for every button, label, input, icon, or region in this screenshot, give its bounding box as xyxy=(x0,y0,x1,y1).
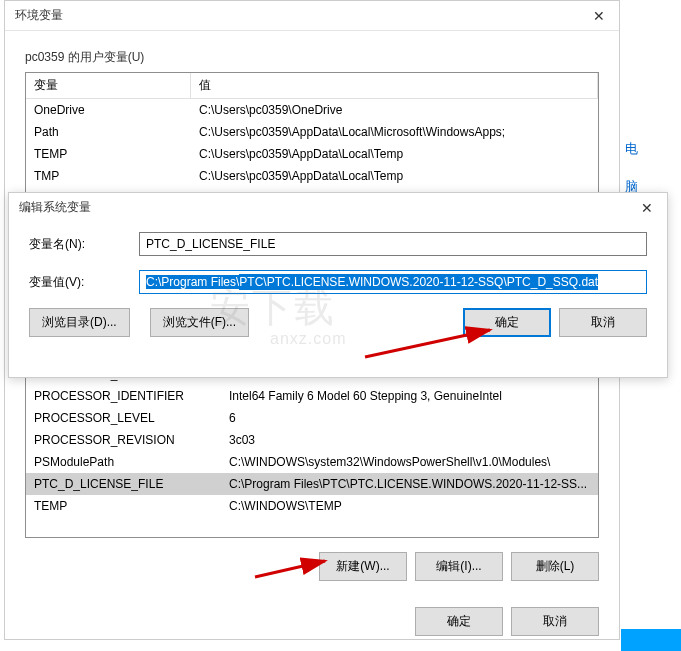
behind-text-1: 电 xyxy=(625,140,638,158)
env-titlebar: 环境变量 ✕ xyxy=(5,1,619,31)
edit-title: 编辑系统变量 xyxy=(19,199,91,216)
var-name: OneDrive xyxy=(26,101,191,119)
var-value: C:\Users\pc0359\AppData\Local\Temp xyxy=(191,145,598,163)
var-name-label: 变量名(N): xyxy=(29,236,139,253)
cancel-button[interactable]: 取消 xyxy=(511,607,599,636)
var-value: 3c03 xyxy=(221,431,598,449)
table-row[interactable]: OneDriveC:\Users\pc0359\OneDrive xyxy=(26,99,598,121)
edit-button[interactable]: 编辑(I)... xyxy=(415,552,503,581)
table-row[interactable]: PROCESSOR_IDENTIFIERIntel64 Family 6 Mod… xyxy=(26,385,598,407)
var-name: PSModulePath xyxy=(26,453,221,471)
var-value: C:\WINDOWS\system32\WindowsPowerShell\v1… xyxy=(221,453,598,471)
edit-var-dialog: 编辑系统变量 ✕ 变量名(N): PTC_D_LICENSE_FILE 变量值(… xyxy=(8,192,668,378)
close-icon[interactable]: ✕ xyxy=(637,200,657,216)
var-name: PROCESSOR_IDENTIFIER xyxy=(26,387,221,405)
table-row[interactable]: PROCESSOR_LEVEL6 xyxy=(26,407,598,429)
table-row[interactable]: PSModulePathC:\WINDOWS\system32\WindowsP… xyxy=(26,451,598,473)
var-name: PTC_D_LICENSE_FILE xyxy=(26,475,221,493)
table-row[interactable]: PathC:\Users\pc0359\AppData\Local\Micros… xyxy=(26,121,598,143)
var-value: Intel64 Family 6 Model 60 Stepping 3, Ge… xyxy=(221,387,598,405)
env-title: 环境变量 xyxy=(15,7,63,24)
var-value: C:\WINDOWS\TEMP xyxy=(221,497,598,515)
user-vars-list[interactable]: 变量 值 OneDriveC:\Users\pc0359\OneDrivePat… xyxy=(25,72,599,200)
table-row[interactable]: PTC_D_LICENSE_FILEC:\Program Files\PTC\P… xyxy=(26,473,598,495)
close-icon[interactable]: ✕ xyxy=(589,8,609,24)
var-name-input[interactable]: PTC_D_LICENSE_FILE xyxy=(139,232,647,256)
var-value: C:\Users\pc0359\OneDrive xyxy=(191,101,598,119)
var-value-label: 变量值(V): xyxy=(29,274,139,291)
table-row[interactable]: TEMPC:\WINDOWS\TEMP xyxy=(26,495,598,517)
var-name: TEMP xyxy=(26,497,221,515)
var-value: C:\Users\pc0359\AppData\Local\Microsoft\… xyxy=(191,123,598,141)
cancel-button[interactable]: 取消 xyxy=(559,308,647,337)
delete-button[interactable]: 删除(L) xyxy=(511,552,599,581)
table-row[interactable]: PROCESSOR_REVISION3c03 xyxy=(26,429,598,451)
var-name: TMP xyxy=(26,167,191,185)
var-value: C:\Program Files\PTC\PTC.LICENSE.WINDOWS… xyxy=(221,475,598,493)
browse-file-button[interactable]: 浏览文件(F)... xyxy=(150,308,249,337)
user-header-value[interactable]: 值 xyxy=(191,73,598,98)
var-name: PROCESSOR_REVISION xyxy=(26,431,221,449)
value-prefix: C:\Program Files\ xyxy=(146,275,239,289)
ok-button[interactable]: 确定 xyxy=(463,308,551,337)
edit-titlebar: 编辑系统变量 ✕ xyxy=(9,193,667,222)
value-selection: PTC\PTC.LICENSE.WINDOWS.2020-11-12-SSQ\P… xyxy=(239,274,598,290)
browse-dir-button[interactable]: 浏览目录(D)... xyxy=(29,308,130,337)
table-row[interactable]: TEMPC:\Users\pc0359\AppData\Local\Temp xyxy=(26,143,598,165)
taskbar-fragment xyxy=(621,629,681,651)
user-header-name[interactable]: 变量 xyxy=(26,73,191,98)
user-vars-label: pc0359 的用户变量(U) xyxy=(25,45,599,72)
sys-vars-list[interactable]: PROCESSOR_ARCHITECT...AMD64PROCESSOR_IDE… xyxy=(25,362,599,538)
new-button[interactable]: 新建(W)... xyxy=(319,552,407,581)
var-value: C:\Users\pc0359\AppData\Local\Temp xyxy=(191,167,598,185)
var-value: 6 xyxy=(221,409,598,427)
var-value-input[interactable]: C:\Program Files\PTC\PTC.LICENSE.WINDOWS… xyxy=(139,270,647,294)
var-name: PROCESSOR_LEVEL xyxy=(26,409,221,427)
var-name: Path xyxy=(26,123,191,141)
ok-button[interactable]: 确定 xyxy=(415,607,503,636)
table-row[interactable]: TMPC:\Users\pc0359\AppData\Local\Temp xyxy=(26,165,598,187)
var-name: TEMP xyxy=(26,145,191,163)
